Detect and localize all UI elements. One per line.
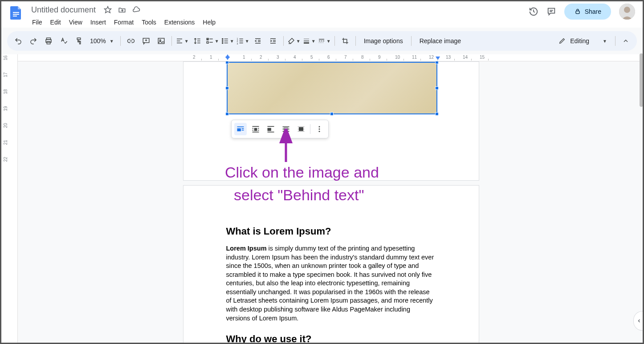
heading-1: What is Lorem Ipsum? [226,226,436,237]
svg-point-27 [222,38,223,39]
svg-rect-54 [237,128,240,131]
svg-rect-6 [576,11,579,14]
line-spacing-icon[interactable] [191,34,204,48]
svg-point-75 [318,126,320,127]
heading-2: Why do we use it? [226,333,436,344]
document-page-2[interactable]: What is Lorem Ipsum? Lorem Ipsum is simp… [183,185,479,344]
spellcheck-icon[interactable] [57,34,70,48]
vertical-scrollbar[interactable] [640,53,643,326]
share-button[interactable]: Share [564,4,611,20]
svg-point-8 [624,7,630,13]
svg-rect-1 [13,14,19,15]
add-comment-icon[interactable] [139,34,153,48]
menu-format[interactable]: Format [110,17,137,28]
svg-rect-61 [252,130,253,131]
svg-rect-58 [254,128,257,131]
border-color-dropdown[interactable]: ▼ [287,34,301,48]
document-title[interactable]: Untitled document [29,4,98,16]
svg-rect-69 [282,129,289,130]
svg-rect-2 [13,16,17,16]
comments-icon[interactable] [546,7,556,16]
checklist-dropdown[interactable]: ▼ [206,34,219,48]
history-icon[interactable] [529,7,538,16]
svg-rect-71 [298,126,304,127]
cloud-status-icon[interactable] [132,6,140,14]
svg-rect-65 [267,128,271,131]
menu-insert[interactable]: Insert [87,17,110,28]
decrease-indent-icon[interactable] [251,34,265,48]
align-dropdown[interactable]: ▼ [175,34,189,48]
docs-logo[interactable] [7,4,25,21]
border-dash-dropdown[interactable]: ▼ [318,34,331,48]
svg-rect-66 [267,132,274,133]
svg-rect-73 [298,131,304,132]
svg-point-29 [222,42,223,43]
svg-text:3: 3 [236,42,238,45]
resize-handle[interactable] [225,61,229,64]
svg-rect-25 [207,42,208,44]
annotation-text: Click on the image and select "Behind te… [225,161,379,206]
svg-marker-3 [105,7,111,13]
numbered-list-dropdown[interactable]: 123▼ [236,34,249,48]
zoom-dropdown[interactable]: 100%▼ [87,36,117,46]
inline-wrap-icon[interactable] [234,123,247,135]
vertical-ruler: 16171819202122 [0,54,18,344]
replace-image-button[interactable]: Replace image [415,35,465,47]
menu-extensions[interactable]: Extensions [161,17,198,28]
move-icon[interactable] [118,6,126,14]
insert-image-icon[interactable] [155,34,168,48]
svg-point-77 [318,131,320,132]
user-avatar[interactable] [619,4,635,20]
resize-handle[interactable] [225,112,229,116]
border-weight-dropdown[interactable]: ▼ [302,34,316,48]
scrollbar-thumb[interactable] [640,53,643,107]
selected-image[interactable] [227,62,437,114]
left-margin-marker[interactable] [225,57,230,60]
paint-format-icon[interactable] [72,34,86,48]
resize-handle[interactable] [330,112,334,116]
star-icon[interactable] [104,6,112,14]
wrap-text-icon[interactable] [249,123,262,135]
svg-rect-15 [158,38,164,44]
resize-handle[interactable] [435,112,439,116]
svg-rect-55 [241,128,244,129]
insert-link-icon[interactable] [124,34,138,48]
menu-tools[interactable]: Tools [138,17,160,28]
svg-rect-53 [237,126,244,127]
redo-icon[interactable] [27,34,40,48]
resize-handle[interactable] [435,61,439,64]
more-options-icon[interactable] [313,123,326,135]
right-margin-marker[interactable] [436,57,440,60]
menu-help[interactable]: Help [199,17,219,28]
menu-view[interactable]: View [65,17,86,28]
collapse-toolbar-icon[interactable] [619,34,632,48]
svg-rect-59 [252,128,253,129]
undo-icon[interactable] [12,34,25,48]
svg-rect-68 [282,126,289,127]
toolbar: 100%▼ ▼ ▼ ▼ 123▼ ▼ ▼ ▼ Image options Rep… [7,31,637,51]
share-label: Share [585,8,601,15]
paragraph-1: Lorem Ipsum is simply dummy text of the … [226,244,436,323]
print-icon[interactable] [42,34,55,48]
increase-indent-icon[interactable] [266,34,280,48]
menubar: File Edit View Insert Format Tools Exten… [29,17,529,28]
bulleted-list-dropdown[interactable]: ▼ [221,34,234,48]
svg-rect-56 [241,130,244,131]
resize-handle[interactable] [435,86,439,90]
menu-file[interactable]: File [29,17,46,28]
svg-point-28 [222,40,223,41]
svg-rect-0 [13,12,19,13]
svg-rect-63 [252,132,259,133]
behind-text-icon[interactable] [280,123,292,135]
svg-point-76 [318,129,320,130]
in-front-text-icon[interactable] [295,123,307,135]
svg-rect-74 [299,127,303,131]
editing-mode-dropdown[interactable]: Editing ▼ [554,36,611,46]
crop-icon[interactable] [338,34,352,48]
horizontal-ruler: 21123456789101112131415 [18,54,644,61]
svg-rect-60 [258,128,259,129]
resize-handle[interactable] [225,86,229,90]
menu-edit[interactable]: Edit [47,17,65,28]
break-text-icon[interactable] [265,123,277,135]
image-options-button[interactable]: Image options [359,35,408,47]
